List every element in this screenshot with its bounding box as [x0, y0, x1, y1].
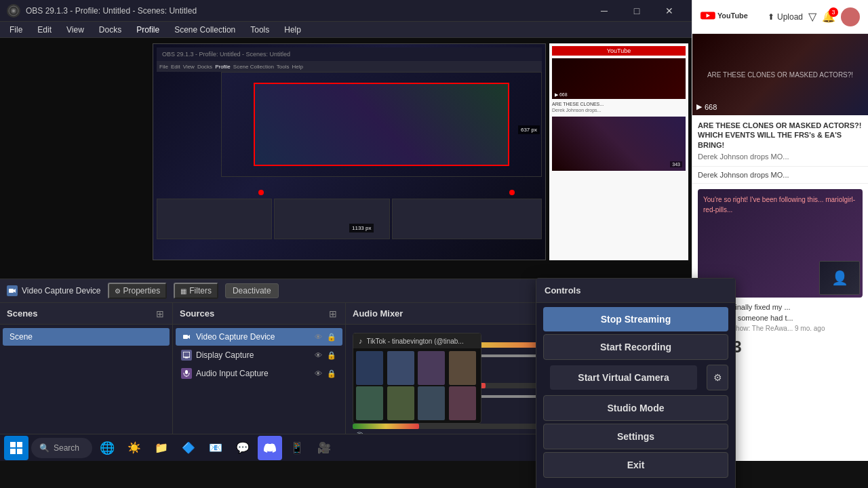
taskbar-search[interactable]: 🔍 Search	[31, 438, 92, 458]
virtual-camera-settings-icon[interactable]: ⚙	[707, 365, 728, 390]
studio-mode-button[interactable]: Studio Mode	[543, 395, 728, 421]
source-item-audio-input[interactable]: Audio Input Capture 👁 🔒	[176, 365, 342, 382]
sources-panel-icon[interactable]: ⊞	[328, 308, 338, 319]
source-lock-mic-icon[interactable]: 🔒	[326, 368, 337, 379]
notifications-button[interactable]: 🔔 3	[822, 10, 835, 23]
mic-source-icon	[181, 368, 192, 379]
tiktok-thumb-3	[418, 351, 445, 385]
sources-list: Video Capture Device 👁 🔒 Display Capture	[173, 325, 345, 439]
source-lock-display-icon[interactable]: 🔒	[326, 350, 337, 361]
svg-rect-11	[10, 442, 16, 447]
scenes-panel-header: Scenes ⊞	[0, 303, 172, 325]
scenes-list: Scene	[0, 325, 172, 439]
menu-help[interactable]: Help	[277, 24, 308, 36]
display-source-icon	[181, 350, 192, 361]
taskbar-obs[interactable]: 🎥	[312, 436, 336, 460]
stop-streaming-button[interactable]: Stop Streaming	[543, 307, 728, 331]
taskbar-edge[interactable]: 🔷	[176, 436, 201, 460]
taskbar-chrome[interactable]: 🌐	[95, 436, 119, 460]
svg-rect-7	[183, 352, 190, 357]
camera-source-icon	[181, 331, 192, 342]
deactivate-button[interactable]: Deactivate	[225, 283, 279, 298]
taskbar-weather[interactable]: ☀️	[122, 436, 146, 460]
start-recording-button[interactable]: Start Recording	[543, 334, 728, 360]
taskbar-app1[interactable]: 📧	[203, 436, 228, 460]
settings-button[interactable]: Settings	[543, 424, 728, 449]
scenes-panel-icon[interactable]: ⊞	[155, 308, 165, 319]
youtube-video-1[interactable]: ARE THESE CLONES OR MASKED ACTORS?! ▶ 66…	[692, 34, 868, 166]
properties-button[interactable]: ⚙ Properties	[108, 283, 167, 299]
notification-badge: 3	[829, 7, 838, 17]
source-visibility-display-icon[interactable]: 👁	[313, 350, 323, 361]
sources-panel-header: Sources ⊞	[173, 303, 345, 325]
youtube-header: YouTube ⬆ Upload ▽ 🔔 3	[692, 0, 868, 34]
source-item-video-capture[interactable]: Video Capture Device 👁 🔒	[176, 328, 342, 346]
maximize-button[interactable]: □	[621, 0, 652, 22]
source-item-display-capture[interactable]: Display Capture 👁 🔒	[176, 346, 342, 364]
tiktok-grid	[353, 348, 481, 423]
start-virtual-camera-button[interactable]: Start Virtual Camera	[550, 365, 697, 390]
taskbar-discord[interactable]	[258, 436, 282, 460]
youtube-video-2[interactable]: Derek Johnson drops MO...	[692, 166, 868, 183]
taskbar-teams[interactable]: 💬	[231, 436, 255, 460]
close-button[interactable]: ✕	[654, 0, 685, 22]
menubar: File Edit View Docks Profile Scene Colle…	[0, 22, 692, 38]
start-button[interactable]	[4, 436, 28, 460]
filter-icon-btn[interactable]: ▽	[808, 10, 816, 23]
preview-area: OBS 29.1.3 - Profile: Untitled - Scenes:…	[0, 38, 692, 279]
menu-scene-collection[interactable]: Scene Collection	[167, 24, 242, 36]
menu-docks[interactable]: Docks	[92, 24, 128, 36]
youtube-header-actions: ⬆ Upload ▽ 🔔 3	[768, 7, 860, 26]
search-icon: 🔍	[39, 443, 50, 453]
source-controls-mic: 👁 🔒	[313, 368, 337, 379]
youtube-video-1-channel: Derek Johnson drops MO...	[698, 152, 863, 161]
tiktok-thumb-4	[449, 351, 476, 385]
menu-file[interactable]: File	[3, 24, 29, 36]
menu-profile[interactable]: Profile	[130, 24, 166, 36]
user-avatar[interactable]	[841, 7, 860, 26]
upload-icon: ⬆	[768, 12, 774, 22]
menu-edit[interactable]: Edit	[31, 24, 58, 36]
svg-rect-13	[10, 449, 16, 454]
minimize-button[interactable]: ─	[589, 0, 620, 22]
window-controls: ─ □ ✕	[589, 0, 685, 22]
filter-icon: ▽	[808, 11, 816, 22]
taskbar-file[interactable]: 📁	[149, 436, 174, 460]
youtube-video-1-thumbnail: ARE THESE CLONES OR MASKED ACTORS?! ▶ 66…	[692, 34, 868, 115]
tiktok-thumb-1	[356, 351, 383, 385]
taskbar-tiktok[interactable]: 📱	[285, 436, 309, 460]
tiktok-channel-name: TikTok - tinabevington (@tinab...	[367, 338, 464, 345]
tiktok-thumb-5	[356, 386, 383, 420]
source-name-video-capture: Video Capture Device	[196, 332, 309, 342]
youtube-video-2-info: Derek Johnson drops MO...	[698, 171, 863, 179]
source-name-display-capture: Display Capture	[196, 350, 309, 360]
webcam-overlay: 👤	[819, 261, 860, 295]
audio-panel-title: Audio Mixer	[353, 308, 403, 319]
source-name-audio-input: Audio Input Capture	[196, 369, 309, 378]
scenes-panel-title: Scenes	[7, 308, 38, 319]
youtube-video-1-info: ARE THESE CLONES OR MASKED ACTORS?! WHIC…	[692, 115, 868, 166]
svg-rect-12	[17, 442, 22, 447]
tiktok-popup: ♪ TikTok - tinabevington (@tinab...	[353, 333, 481, 424]
window-title: OBS 29.1.3 - Profile: Untitled - Scenes:…	[26, 6, 197, 16]
menu-view[interactable]: View	[60, 24, 91, 36]
scene-item[interactable]: Scene	[3, 328, 170, 346]
upload-button[interactable]: ⬆ Upload	[768, 12, 803, 22]
titlebar-left: OBS 29.1.3 - Profile: Untitled - Scenes:…	[7, 4, 197, 18]
tiktok-thumb-6	[387, 386, 414, 420]
virtual-camera-row: Start Virtual Camera ⚙	[543, 363, 728, 392]
selected-source-label: Video Capture Device	[22, 286, 101, 296]
tiktok-music-icon: ♪	[359, 337, 363, 345]
titlebar: OBS 29.1.3 - Profile: Untitled - Scenes:…	[0, 0, 692, 22]
source-lock-icon[interactable]: 🔒	[326, 331, 337, 342]
filters-button[interactable]: ▦ Filters	[174, 283, 218, 299]
controls-title: Controls	[545, 285, 580, 296]
audio-meter-mic-bar	[353, 424, 419, 429]
upload-label: Upload	[777, 12, 803, 22]
svg-text:YouTube: YouTube	[717, 12, 748, 20]
source-visibility-mic-icon[interactable]: 👁	[313, 368, 323, 379]
source-visibility-icon[interactable]: 👁	[313, 331, 323, 342]
menu-tools[interactable]: Tools	[243, 24, 276, 36]
exit-button[interactable]: Exit	[543, 452, 728, 478]
tiktok-popup-header: ♪ TikTok - tinabevington (@tinab...	[353, 333, 481, 348]
